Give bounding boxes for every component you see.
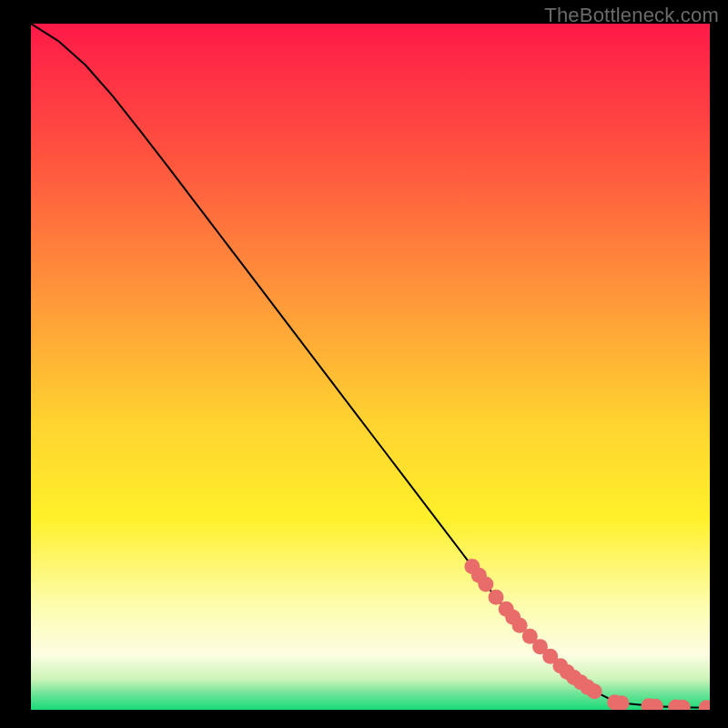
plot-area [31, 24, 710, 710]
gradient-background [31, 24, 710, 710]
chart-frame: TheBottleneck.com [0, 0, 728, 728]
data-marker [587, 683, 602, 699]
attribution-label: TheBottleneck.com [544, 4, 719, 27]
data-marker [489, 590, 504, 605]
chart-svg [31, 24, 710, 710]
data-marker [478, 577, 493, 592]
